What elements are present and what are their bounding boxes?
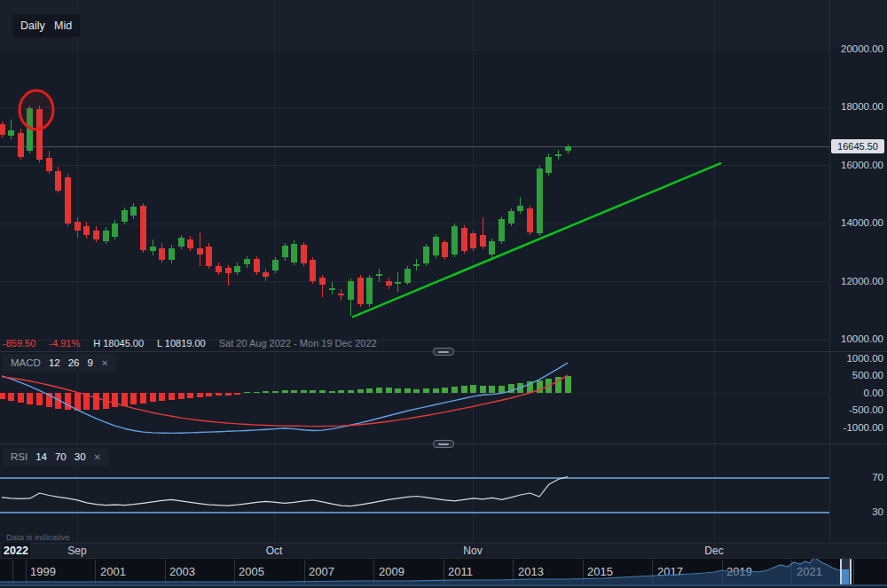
candle: [159, 248, 165, 260]
macd-histogram-bar: [122, 393, 128, 406]
navigator-year-label: 2007: [309, 565, 334, 578]
macd-histogram-bar: [348, 390, 354, 394]
rsi-label: RSI: [11, 451, 27, 462]
macd-histogram-bar: [386, 388, 392, 393]
rsi-legend: RSI 14 70 30 ✕: [3, 448, 109, 466]
macd-histogram-bar: [413, 389, 420, 394]
time-axis[interactable]: [0, 543, 887, 558]
macd-histogram-bar: [159, 393, 165, 401]
macd-histogram-bar: [244, 392, 250, 393]
macd-label: MACD: [11, 357, 41, 368]
macd-histogram-bar: [234, 393, 240, 395]
navigator-year-label: 2009: [379, 565, 404, 578]
candle: [527, 208, 533, 232]
macd-histogram-bar: [508, 384, 514, 393]
macd-axis-label: -1000.00: [832, 422, 883, 434]
macd-histogram-bar: [480, 386, 486, 393]
price-axis-label: 14000.00: [832, 217, 883, 229]
macd-close-icon[interactable]: ✕: [101, 358, 108, 368]
navigator-year-label: 2003: [169, 565, 195, 578]
navigator-year-label: 2019: [726, 565, 752, 578]
candle: [376, 274, 382, 276]
candle: [75, 222, 81, 231]
macd-histogram-bar: [451, 387, 458, 393]
pane-resize-handle[interactable]: [433, 440, 454, 448]
macd-histogram-bar: [130, 393, 137, 404]
rsi-axis-label: 30: [832, 506, 883, 518]
change-percent: -4.91%: [49, 338, 80, 349]
navigator-year-label: 2017: [657, 565, 683, 578]
session-high: H 18045.00: [93, 338, 144, 349]
candle: [112, 223, 118, 237]
macd-legend: MACD 12 26 9 ✕: [3, 354, 116, 372]
macd-histogram-bar: [423, 388, 429, 393]
candle: [197, 248, 203, 255]
navigator-year-label: 2011: [448, 565, 473, 578]
macd-histogram-bar: [319, 390, 326, 393]
navigator-year-label: 2013: [518, 565, 544, 578]
macd-histogram-bar: [517, 383, 523, 393]
macd-histogram-bar: [527, 381, 533, 393]
candle: [301, 245, 307, 263]
history-navigator[interactable]: 1999200120032005200720092011201320152017…: [0, 558, 887, 584]
navigator-right-handle[interactable]: [850, 559, 852, 584]
navigator-selection-window[interactable]: [841, 559, 850, 584]
macd-histogram-bar: [65, 393, 71, 410]
candle: [386, 281, 392, 286]
navigator-year-label: 2015: [587, 565, 613, 578]
macd-axis-label: 0.00: [832, 388, 883, 399]
price-axis-label: 12000.00: [832, 276, 883, 287]
navigator-year-label: 2021: [797, 565, 822, 578]
candle: [206, 247, 212, 266]
macd-axis-label: 500.00: [832, 370, 883, 381]
rsi-pane[interactable]: [0, 443, 829, 541]
navigator-year-divider: [513, 560, 514, 584]
candle: [348, 281, 354, 300]
candle: [310, 260, 316, 281]
macd-pane[interactable]: [0, 0, 829, 90]
macd-histogram-bar: [546, 379, 552, 393]
candle: [150, 247, 156, 251]
macd-histogram-bar: [366, 388, 373, 393]
macd-histogram-bar: [357, 389, 364, 393]
candle: [234, 266, 240, 272]
rsi-close-icon[interactable]: ✕: [94, 452, 101, 462]
candle: [140, 206, 146, 250]
macd-histogram-bar: [75, 393, 81, 411]
macd-histogram-bar: [103, 393, 109, 409]
instrument-status-row: -859.50 -4.91% H 18045.00 L 10819.00 Sat…: [3, 338, 377, 349]
macd-histogram-bar: [272, 391, 279, 393]
macd-histogram-bar: [150, 393, 156, 402]
macd-histogram-bar: [206, 393, 212, 396]
candle: [103, 231, 109, 241]
candle: [338, 294, 344, 295]
macd-histogram-bar: [169, 393, 175, 400]
pane-resize-handle[interactable]: [433, 348, 454, 356]
macd-histogram-bar: [140, 393, 146, 404]
candle: [178, 238, 184, 247]
candle: [470, 233, 476, 248]
current-year-label: 2022: [2, 543, 30, 558]
candle: [319, 278, 326, 285]
macd-histogram-bar: [395, 388, 401, 394]
macd-histogram-bar: [93, 393, 99, 410]
macd-histogram-bar: [187, 393, 193, 398]
navigator-edge-line: [853, 560, 854, 584]
macd-histogram-bar: [225, 393, 232, 396]
trading-app-window: 20000.0018000.0016000.0014000.0012000.00…: [0, 0, 887, 588]
navigator-left-handle[interactable]: [840, 559, 842, 584]
candle: [451, 226, 458, 255]
candle: [291, 244, 297, 263]
macd-histogram-bar: [565, 376, 571, 393]
navigator-year-divider: [652, 560, 653, 584]
price-type-mid-button[interactable]: Mid: [46, 14, 80, 37]
candle: [537, 169, 543, 233]
macd-param-fast: 12: [49, 357, 60, 368]
macd-histogram-bar: [83, 393, 90, 410]
navigator-year-divider: [583, 560, 584, 584]
navigator-year-label: 2001: [100, 565, 126, 578]
rsi-param-upper: 70: [55, 451, 67, 462]
candle: [65, 177, 71, 223]
rsi-axis-label: 70: [832, 472, 883, 483]
candle: [254, 259, 260, 272]
